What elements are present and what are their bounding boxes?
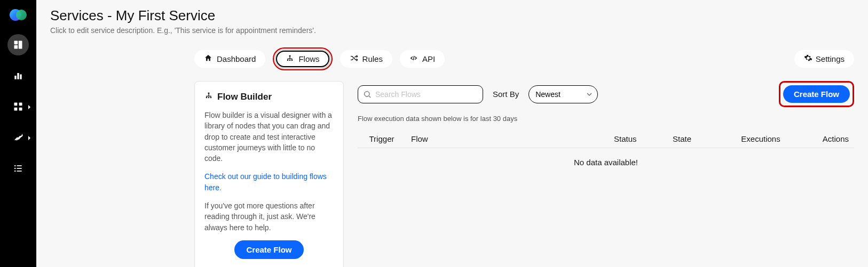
create-flow-button[interactable]: Create Flow [783,85,850,103]
tab-flows-highlight: Flows [273,47,332,70]
tab-rules[interactable]: Rules [340,50,392,68]
svg-point-12 [14,165,16,167]
col-state: State [667,130,726,148]
svg-rect-11 [19,108,22,111]
flows-hint: Flow execution data shown below is for l… [358,115,854,123]
svg-point-26 [365,91,369,96]
svg-point-24 [210,97,212,99]
svg-point-20 [291,60,293,61]
svg-point-18 [287,60,289,61]
svg-rect-3 [19,41,22,49]
flow-builder-card: Flow Builder Flow builder is a visual de… [194,81,344,267]
svg-rect-15 [17,168,22,169]
svg-point-16 [14,171,16,172]
tab-label: Flows [298,54,319,63]
webex-logo [9,5,28,25]
table-header-row: Trigger Flow Status State Executions Act… [358,130,854,148]
gear-icon [804,54,812,64]
caret-right-icon [27,103,32,111]
tabbar: Dashboard Flows Rules [194,47,854,70]
svg-rect-6 [17,73,19,79]
flows-area: Sort By Newest Create Flow Flow [358,81,854,176]
svg-rect-13 [17,165,22,166]
tab-label: Dashboard [217,54,256,63]
flows-toolbar: Sort By Newest Create Flow [358,81,854,107]
left-rail [0,0,36,267]
svg-rect-7 [20,75,21,79]
flows-table: Trigger Flow Status State Executions Act… [358,130,854,176]
main-content: Services - My First Service Click to edi… [36,0,868,267]
sort-select-wrap: Newest [528,85,598,103]
settings-label: Settings [816,54,845,63]
code-icon [409,54,418,64]
flow-builder-help-text: If you've got more questions after readi… [204,200,334,233]
caret-right-icon [27,134,32,142]
home-icon [204,54,212,64]
create-flow-card-button[interactable]: Create Flow [234,240,303,259]
tab-api[interactable]: API [400,50,445,68]
flow-builder-title-text: Flow Builder [217,92,272,102]
tab-label: API [422,54,435,63]
svg-point-19 [289,60,291,61]
rail-item-tools[interactable] [7,127,29,148]
rail-item-list[interactable] [7,158,29,179]
settings-button[interactable]: Settings [794,50,854,68]
svg-rect-21 [289,55,291,57]
flow-builder-title: Flow Builder [204,91,334,102]
tab-label: Rules [362,54,383,63]
search-input[interactable] [358,85,483,103]
flow-icon [286,54,294,64]
rail-item-apps[interactable] [7,96,29,117]
svg-rect-17 [17,171,22,172]
sortby-label: Sort By [493,90,519,99]
page-title[interactable]: Services - My First Service [50,7,854,24]
svg-point-22 [206,97,208,99]
svg-rect-25 [208,93,210,94]
svg-rect-5 [14,76,16,79]
search-wrap [358,85,483,103]
table-empty-row: No data available! [358,148,854,177]
empty-message: No data available! [358,148,854,177]
svg-point-14 [14,168,16,169]
flow-builder-description: Flow builder is a visual designer with a… [204,110,334,164]
svg-rect-8 [14,103,18,106]
svg-point-23 [208,97,210,99]
flow-builder-guide-link[interactable]: Check out our guide to building flows he… [204,172,327,191]
col-actions: Actions [795,130,854,148]
sort-select[interactable]: Newest [528,85,598,103]
create-flow-highlight: Create Flow [779,81,854,107]
svg-rect-4 [14,45,18,49]
tab-flows[interactable]: Flows [276,51,329,67]
svg-point-1 [16,10,27,20]
svg-rect-2 [14,41,18,45]
svg-rect-9 [19,103,22,106]
shuffle-icon [350,54,358,64]
rail-item-dashboard[interactable] [7,34,29,55]
svg-rect-10 [14,108,18,111]
flow-icon [204,91,213,102]
col-status: Status [609,130,667,148]
col-flow: Flow [406,130,609,148]
col-trigger: Trigger [358,130,406,148]
page-subtitle[interactable]: Click to edit service description. E.g.,… [50,26,854,35]
tab-dashboard[interactable]: Dashboard [194,50,265,68]
rail-item-analytics[interactable] [7,65,29,86]
col-executions: Executions [726,130,795,148]
